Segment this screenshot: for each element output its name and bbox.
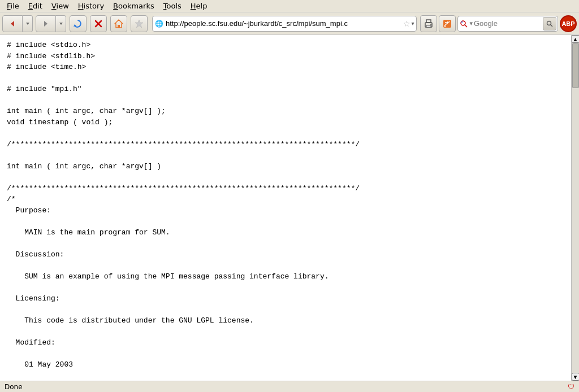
stop-button[interactable] [90,15,107,32]
menu-bookmarks[interactable]: Bookmarks [109,1,159,11]
svg-marker-0 [11,21,14,27]
bookmark-button[interactable] [131,15,148,32]
forward-button[interactable] [36,15,56,32]
home-button[interactable] [110,15,127,32]
menu-help[interactable]: Help [186,1,212,11]
rss-button[interactable] [439,15,456,32]
search-input[interactable] [474,19,542,28]
search-provider-dropdown[interactable]: ▾ [469,20,473,27]
abp-button[interactable]: ABP [560,15,577,32]
menu-history[interactable]: History [74,1,109,11]
forward-dropdown[interactable] [56,15,66,32]
scrollbar-down-button[interactable]: ▼ [572,373,580,381]
svg-rect-11 [426,20,431,23]
svg-point-13 [430,24,431,25]
svg-point-18 [461,21,463,23]
toolbar: 🌐 ☆ ▾ [0,12,579,35]
svg-marker-1 [26,23,29,25]
scrollbar: ▲ ▼ [571,35,579,381]
content-area: # include <stdio.h> # include <stdlib.h>… [0,35,579,381]
star-icon[interactable]: ☆ [403,19,411,28]
url-input[interactable] [166,19,403,28]
menu-tools[interactable]: Tools [159,1,186,11]
svg-marker-2 [44,21,47,27]
svg-line-17 [465,25,467,27]
search-submit-button[interactable] [543,17,556,31]
lock-icon: 🌐 [155,20,163,28]
svg-point-19 [547,21,551,25]
status-icon: 🛡 [568,383,574,391]
svg-line-20 [551,24,553,27]
svg-point-15 [444,25,446,27]
svg-marker-3 [59,23,63,25]
scrollbar-up-button[interactable]: ▲ [572,35,580,43]
menu-file[interactable]: File [2,1,24,11]
search-provider-icon [459,19,468,28]
page-content[interactable]: # include <stdio.h> # include <stdlib.h>… [0,35,571,381]
reload-button[interactable] [70,15,87,32]
scrollbar-thumb[interactable] [572,43,579,88]
menu-view[interactable]: View [47,1,74,11]
search-bar: ▾ [457,16,558,32]
back-dropdown[interactable] [23,15,33,32]
svg-rect-12 [426,25,431,27]
menubar: File Edit View History Bookmarks Tools H… [0,0,579,12]
nav-group [2,15,33,32]
forward-group [36,15,66,32]
toolbar-right: ▾ ABP [420,15,577,32]
abp-label: ABP [561,20,574,27]
back-button[interactable] [2,15,23,32]
menu-edit[interactable]: Edit [24,1,47,11]
status-text: Done [5,383,568,391]
scrollbar-track [572,43,579,373]
url-dropdown-icon[interactable]: ▾ [411,20,414,27]
statusbar: Done 🛡 [0,381,579,392]
print-button[interactable] [420,15,437,32]
url-bar[interactable]: 🌐 ☆ ▾ [152,16,417,32]
svg-marker-9 [135,20,143,28]
svg-rect-8 [118,25,120,28]
